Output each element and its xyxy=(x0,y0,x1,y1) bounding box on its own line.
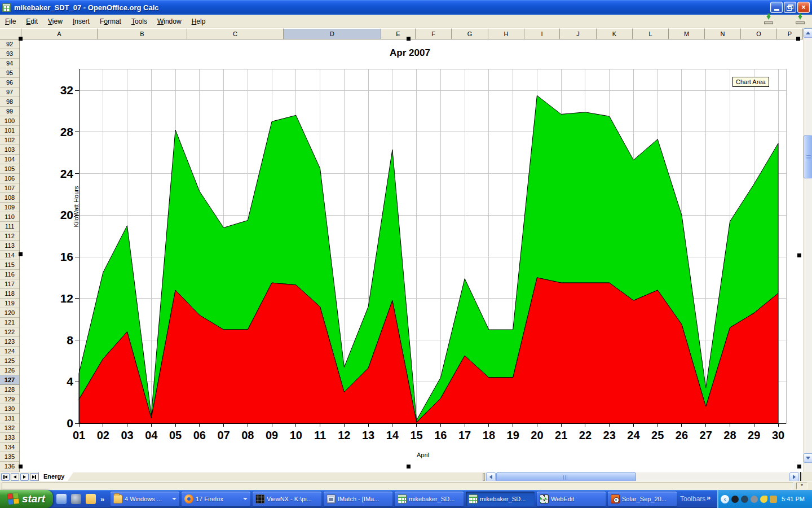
row-header-131[interactable]: 131 xyxy=(0,414,19,423)
column-header-d[interactable]: D xyxy=(284,28,381,40)
menu-file[interactable]: File xyxy=(0,16,21,27)
row-header-92[interactable]: 92 xyxy=(0,40,19,49)
menu-format[interactable]: Format xyxy=(95,16,126,27)
menu-help[interactable]: Help xyxy=(187,16,211,27)
selection-handle-top-middle[interactable] xyxy=(407,37,411,41)
selection-handle-bottom-left[interactable] xyxy=(19,465,23,468)
row-header-129[interactable]: 129 xyxy=(0,395,19,404)
download-icon[interactable] xyxy=(764,16,774,26)
column-header-l[interactable]: L xyxy=(633,28,669,40)
row-header-103[interactable]: 103 xyxy=(0,145,19,155)
row-header-101[interactable]: 101 xyxy=(0,126,19,135)
first-sheet-button[interactable] xyxy=(1,473,10,481)
row-header-122[interactable]: 122 xyxy=(0,327,19,337)
taskbar-button-webedit[interactable]: WebEdit xyxy=(537,492,606,506)
taskbar-button-17-firefox[interactable]: 17 Firefox xyxy=(182,492,250,506)
restore-button[interactable] xyxy=(784,2,796,13)
taskbar-button-solar-sep-20[interactable]: Solar_Sep_20... xyxy=(608,492,677,506)
row-header-127[interactable]: 127 xyxy=(0,375,19,385)
row-header-135[interactable]: 135 xyxy=(0,452,19,462)
menu-edit[interactable]: Edit xyxy=(21,16,43,27)
row-header-95[interactable]: 95 xyxy=(0,68,19,78)
row-header-112[interactable]: 112 xyxy=(0,231,19,241)
row-header-119[interactable]: 119 xyxy=(0,299,19,308)
taskbar-button-mikebaker-sd[interactable]: mikebaker_SD... xyxy=(395,492,464,506)
taskbar-button-mikebaker-sd[interactable]: mikebaker_SD... xyxy=(466,492,535,506)
selection-handle-bottom-right[interactable] xyxy=(797,465,801,468)
row-header-125[interactable]: 125 xyxy=(0,356,19,366)
row-header-100[interactable]: 100 xyxy=(0,116,19,126)
row-header-109[interactable]: 109 xyxy=(0,203,19,212)
column-header-a[interactable]: A xyxy=(21,28,98,40)
row-header-114[interactable]: 114 xyxy=(0,251,19,260)
row-header-130[interactable]: 130 xyxy=(0,404,19,414)
row-header-111[interactable]: 111 xyxy=(0,222,19,231)
row-header-120[interactable]: 120 xyxy=(0,308,19,318)
column-header-b[interactable]: B xyxy=(98,28,187,40)
row-header-105[interactable]: 105 xyxy=(0,164,19,174)
moon-icon[interactable] xyxy=(760,496,767,503)
vertical-scroll-thumb[interactable] xyxy=(804,135,812,178)
row-header-96[interactable]: 96 xyxy=(0,78,19,87)
selection-handle-top-right[interactable] xyxy=(796,37,800,41)
previous-sheet-button[interactable] xyxy=(11,473,19,481)
lock-icon[interactable] xyxy=(770,496,777,503)
row-header-128[interactable]: 128 xyxy=(0,385,19,395)
menu-tools[interactable]: Tools xyxy=(126,16,152,27)
close-button[interactable]: × xyxy=(797,2,810,13)
horizontal-scroll-thumb[interactable] xyxy=(496,472,636,481)
scroll-left-button[interactable] xyxy=(486,472,496,481)
app-window-icon[interactable] xyxy=(56,494,67,504)
row-header-113[interactable]: 113 xyxy=(0,241,19,251)
row-header-116[interactable]: 116 xyxy=(0,270,19,279)
column-header-g[interactable]: G xyxy=(452,28,488,40)
column-header-m[interactable]: M xyxy=(669,28,705,40)
menu-window[interactable]: Window xyxy=(152,16,187,27)
download-icon[interactable] xyxy=(795,16,805,26)
selection-handle-middle-right[interactable] xyxy=(797,253,801,257)
row-header-108[interactable]: 108 xyxy=(0,193,19,203)
scroll-right-button[interactable] xyxy=(789,472,799,481)
scroll-down-button[interactable] xyxy=(804,453,812,463)
column-header-h[interactable]: H xyxy=(488,28,524,40)
column-header-c[interactable]: C xyxy=(187,28,284,40)
scroll-up-button[interactable] xyxy=(804,28,812,38)
row-header-121[interactable]: 121 xyxy=(0,318,19,327)
row-header-123[interactable]: 123 xyxy=(0,337,19,347)
minimize-button[interactable] xyxy=(770,2,783,13)
row-header-98[interactable]: 98 xyxy=(0,97,19,107)
row-header-99[interactable]: 99 xyxy=(0,107,19,116)
folder-search-icon[interactable] xyxy=(86,494,96,504)
row-header-97[interactable]: 97 xyxy=(0,87,19,97)
column-header-f[interactable]: F xyxy=(416,28,452,40)
dropdown-arrow-icon[interactable] xyxy=(172,498,176,500)
toolbars-chevron[interactable]: » xyxy=(707,493,710,502)
dark-orb-icon[interactable] xyxy=(731,496,739,503)
row-header-106[interactable]: 106 xyxy=(0,174,19,183)
quick-launch-chevron[interactable]: » xyxy=(100,495,104,503)
column-header-k[interactable]: K xyxy=(597,28,633,40)
dropdown-arrow-icon[interactable] xyxy=(243,498,248,500)
next-sheet-button[interactable] xyxy=(20,473,29,481)
row-header-93[interactable]: 93 xyxy=(0,49,19,59)
menu-view[interactable]: View xyxy=(43,16,68,27)
globe-icon[interactable] xyxy=(741,496,748,503)
last-sheet-button[interactable] xyxy=(30,473,38,481)
row-header-126[interactable]: 126 xyxy=(0,366,19,375)
taskbar-button-4-windows[interactable]: 4 Windows ... xyxy=(111,492,179,506)
row-header-133[interactable]: 133 xyxy=(0,433,19,443)
vertical-scrollbar[interactable] xyxy=(803,28,812,472)
row-header-107[interactable]: 107 xyxy=(0,183,19,193)
taskbar-button-imatch-ima[interactable]: IMatch - [IMa... xyxy=(324,492,392,506)
menu-insert[interactable]: Insert xyxy=(68,16,95,27)
row-header-118[interactable]: 118 xyxy=(0,289,19,299)
column-header-i[interactable]: I xyxy=(524,28,560,40)
toolbars-label[interactable]: Toolbars xyxy=(680,495,705,503)
selection-handle-middle-left[interactable] xyxy=(19,252,23,256)
row-header-134[interactable]: 134 xyxy=(0,443,19,452)
column-header-j[interactable]: J xyxy=(560,28,597,40)
selection-handle-bottom-middle[interactable] xyxy=(407,465,411,468)
hide-icons-button[interactable]: ‹ xyxy=(721,495,729,503)
column-header-o[interactable]: O xyxy=(741,28,777,40)
sheet-tab-energy[interactable]: Energy xyxy=(38,472,73,481)
